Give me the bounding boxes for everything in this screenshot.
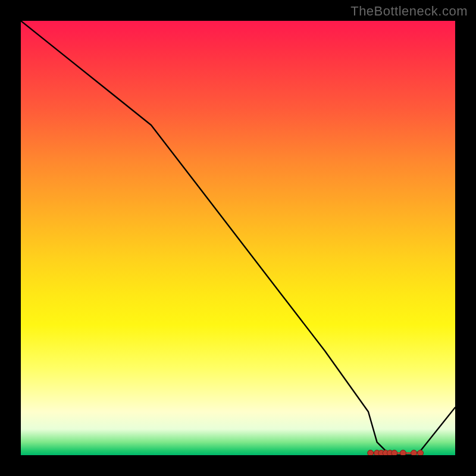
watermark-text: TheBottleneck.com (350, 4, 468, 19)
chart-frame: TheBottleneck.com (0, 0, 476, 476)
plot-gradient-background (21, 21, 455, 455)
